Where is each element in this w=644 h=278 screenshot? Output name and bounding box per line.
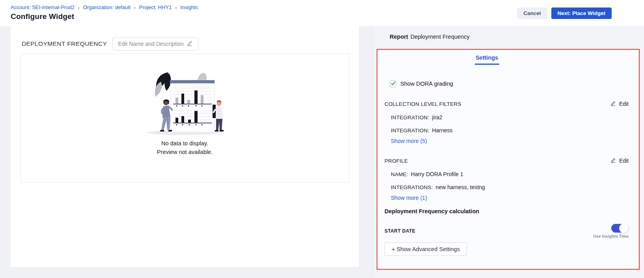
report-header: ReportDeployment Frequency <box>373 26 644 40</box>
breadcrumb-project-link[interactable]: Project: HHY1 <box>139 4 172 10</box>
profile-title: PROFILE <box>385 158 408 164</box>
collection-filters-title: COLLECTION LEVEL FILTERS <box>385 101 461 107</box>
filter-item-value: jira2 <box>432 114 442 120</box>
profile-item-value: new harness, testng <box>436 184 485 190</box>
collection-filters-edit-button[interactable]: Edit <box>610 101 629 107</box>
toggle-knob <box>619 224 629 233</box>
breadcrumb-organization-link[interactable]: Organization: default <box>83 4 131 10</box>
calculation-section-title: Deployment Frequency calculation <box>385 208 629 214</box>
widget-preview-card: DEPLOYMENT FREQUENCY Edit Name and Descr… <box>11 26 359 267</box>
pencil-icon <box>187 40 193 47</box>
report-name: Deployment Frequency <box>411 34 470 40</box>
tab-settings-label: Settings <box>476 54 498 61</box>
page-header: Account: SEI-Internal-Prod2 › Organizati… <box>0 0 644 26</box>
profile-section-header: PROFILE Edit <box>385 158 629 164</box>
profile-item-label: NAME: <box>391 171 408 177</box>
widget-preview-header: DEPLOYMENT FREQUENCY Edit Name and Descr… <box>22 37 198 51</box>
edit-name-description-label: Edit Name and Description <box>118 41 184 47</box>
settings-highlight-box: Settings Show DORA grading COLLECTION LE… <box>377 49 640 270</box>
profile-item-value: Harry DORA Profile 1 <box>411 171 463 177</box>
filter-item-value: Harness <box>432 127 452 133</box>
empty-state-line1: No data to display. <box>157 139 213 148</box>
collection-filters-edit-label: Edit <box>619 101 629 107</box>
collection-filters-section-header: COLLECTION LEVEL FILTERS Edit <box>385 101 629 107</box>
breadcrumb: Account: SEI-Internal-Prod2 › Organizati… <box>11 4 198 10</box>
show-advanced-settings-button[interactable]: + Show Advanced Settings <box>385 242 467 256</box>
breadcrumb-insights-link[interactable]: Insights <box>180 4 198 10</box>
profile-edit-label: Edit <box>619 158 629 164</box>
profile-show-more-link[interactable]: Show more (1) <box>391 195 629 201</box>
next-place-widget-button[interactable]: Next: Place Widget <box>551 8 612 19</box>
page-title: Configure Widget <box>11 12 74 21</box>
filter-item: INTEGRATION:jira2 <box>391 114 629 120</box>
checkmark-icon <box>391 80 396 87</box>
start-date-label: START DATE <box>385 228 415 234</box>
chevron-right-icon: › <box>78 4 80 10</box>
profile-item: NAME:Harry DORA Profile 1 <box>391 171 629 177</box>
use-insights-time-label: Use Insights Time <box>593 234 629 239</box>
chevron-right-icon: › <box>134 4 136 10</box>
insights-time-toggle-group: Use Insights Time <box>593 224 629 239</box>
chevron-right-icon: › <box>175 4 177 10</box>
tab-active-indicator <box>475 64 499 65</box>
dora-grading-checkbox[interactable] <box>390 81 396 87</box>
show-dora-grading-row[interactable]: Show DORA grading <box>390 81 629 87</box>
header-actions: Cancel Next: Place Widget <box>517 8 612 19</box>
widget-preview-empty-state: No data to display. Preview not availabl… <box>20 54 349 182</box>
no-data-illustration <box>136 68 234 137</box>
filter-item-label: INTEGRATION: <box>391 115 429 120</box>
profile-edit-button[interactable]: Edit <box>610 158 629 164</box>
edit-name-description-button[interactable]: Edit Name and Description <box>112 37 198 51</box>
collection-filters-show-more-link[interactable]: Show more (5) <box>391 138 629 144</box>
profile-item-label: INTEGRATIONS: <box>391 184 433 190</box>
empty-state-line2: Preview not available. <box>157 148 213 156</box>
pencil-icon <box>610 158 616 164</box>
widget-name-title: DEPLOYMENT FREQUENCY <box>22 40 107 47</box>
breadcrumb-account-link[interactable]: Account: SEI-Internal-Prod2 <box>11 4 75 10</box>
dora-grading-label: Show DORA grading <box>400 81 453 87</box>
pencil-icon <box>610 101 616 107</box>
use-insights-time-toggle[interactable] <box>611 224 629 233</box>
profile-item: INTEGRATIONS:new harness, testng <box>391 184 629 190</box>
cancel-button[interactable]: Cancel <box>517 8 547 19</box>
filter-item-label: INTEGRATION: <box>391 128 429 133</box>
widget-settings-panel: ReportDeployment Frequency Settings Show… <box>372 26 644 278</box>
report-label: Report <box>390 34 408 40</box>
filter-item: INTEGRATION:Harness <box>391 127 629 133</box>
settings-tabbar: Settings <box>385 54 589 65</box>
start-date-row: START DATE Use Insights Time <box>385 224 629 239</box>
tab-settings[interactable]: Settings <box>475 54 499 65</box>
